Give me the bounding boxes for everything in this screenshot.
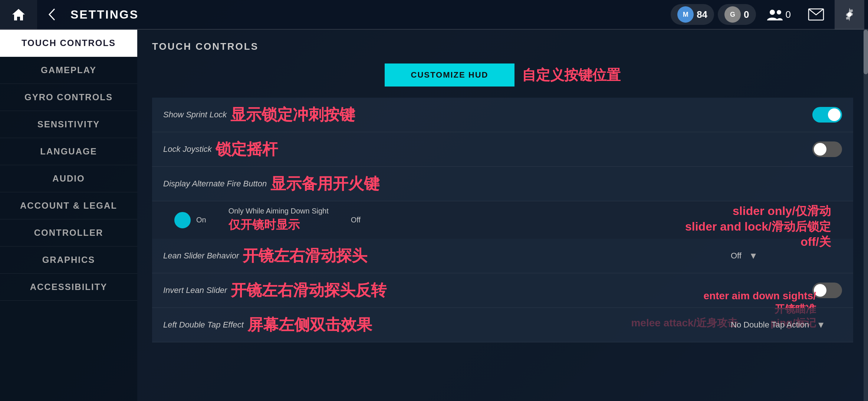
friends-count: 0 [786,9,791,20]
sidebar-item-sensitivity[interactable]: SENSITIVITY [0,111,137,138]
svg-point-0 [770,10,775,15]
lean-slider-label-cn: 开镜左右滑动探头 [243,245,367,266]
lock-joystick-toggle[interactable] [812,141,842,157]
setting-lock-joystick: Lock Joystick 锁定摇杆 [152,132,853,167]
currency-g-badge: G 0 [718,4,756,25]
setting-show-sprint-lock: Show Sprint Lock 显示锁定冲刺按键 [152,98,853,132]
lock-joystick-label-cn: 锁定摇杆 [216,139,278,160]
invert-lean-label-en: Invert Lean Slider [163,286,227,295]
alternate-fire-label-cn: 显示备用开火键 [270,173,379,194]
left-double-tap-label-en: Left Double Tap Effect [163,320,244,330]
lock-joystick-label-en: Lock Joystick [163,144,212,154]
setting-left-double-tap: Left Double Tap Effect 屏幕左侧双击效果 No Doubl… [152,308,853,342]
setting-lean-slider-behavior: Lean Slider Behavior 开镜左右滑动探头 Off ▼ slid… [152,239,853,273]
alternate-fire-label-en: Display Alternate Fire Button [163,179,267,189]
customize-hud-row: CUSTOMIZE HUD 自定义按键位置 [152,63,853,87]
sidebar: TOUCH CONTROLS GAMEPLAY GYRO CONTROLS SE… [0,30,137,401]
sidebar-item-audio[interactable]: AUDIO [0,165,137,192]
invert-lean-toggle[interactable] [812,283,842,298]
lean-slider-dropdown[interactable]: Off ▼ [731,251,842,261]
lean-slider-label-en: Lean Slider Behavior [163,251,239,261]
home-button[interactable] [0,0,37,29]
main-content: TOUCH CONTROLS CUSTOMIZE HUD 自定义按键位置 Sho… [137,30,868,401]
customize-hud-button[interactable]: CUSTOMIZE HUD [385,63,514,87]
currency-m-value: 84 [697,9,707,20]
sidebar-item-touch-controls[interactable]: TOUCH CONTROLS [0,30,137,57]
radio-option-ads[interactable]: Only While Aiming Down Sight 仅开镜时显示 [228,207,329,233]
mail-button[interactable] [801,6,831,23]
sprint-lock-toggle[interactable] [812,107,842,123]
back-button[interactable] [37,0,67,29]
gear-settings-button[interactable] [835,0,864,29]
scrollbar[interactable] [864,30,868,401]
currency-m-badge: M 84 [671,4,714,25]
sidebar-item-controller[interactable]: CONTROLLER [0,219,137,247]
left-double-tap-label-cn: 屏幕左侧双击效果 [247,314,372,335]
sprint-lock-label-en: Show Sprint Lock [163,110,227,120]
sprint-lock-label-cn: 显示锁定冲刺按键 [230,104,355,125]
setting-invert-lean-slider: Invert Lean Slider 开镜左右滑动探头反转 enter aim … [152,273,853,308]
friends-button[interactable]: 0 [760,5,798,24]
currency-g-icon: G [724,6,741,23]
radio-label-off: Off [351,216,361,224]
invert-lean-label-cn: 开镜左右滑动探头反转 [231,280,387,301]
sidebar-item-gyro-controls[interactable]: GYRO CONTROLS [0,84,137,111]
customize-hud-annotation: 自定义按键位置 [522,66,621,85]
sidebar-item-language[interactable]: LANGUAGE [0,138,137,165]
radio-label-ads-cn: 仅开镜时显示 [228,217,300,233]
sidebar-item-accessibility[interactable]: ACCESSIBILITY [0,274,137,301]
currency-m-icon: M [677,6,694,23]
radio-option-off[interactable]: Off [351,216,361,224]
left-double-tap-value: No Double Tap Action [731,320,809,330]
currency-g-value: 0 [744,9,749,20]
top-bar: SETTINGS M 84 G 0 0 [0,0,868,30]
sidebar-item-gameplay[interactable]: GAMEPLAY [0,57,137,84]
left-double-tap-dropdown[interactable]: No Double Tap Action ▼ [731,320,842,330]
setting-display-alternate-fire: Display Alternate Fire Button 显示备用开火键 [152,167,853,201]
page-title: SETTINGS [70,8,139,22]
section-title: TOUCH CONTROLS [152,41,853,52]
alternate-fire-options-row: On Only While Aiming Down Sight 仅开镜时显示 O… [152,201,853,239]
radio-circle-on[interactable] [174,212,191,228]
sidebar-item-graphics[interactable]: GRAPHICS [0,247,137,274]
left-double-tap-dropdown-arrow: ▼ [816,320,825,330]
sidebar-item-account-legal[interactable]: ACCOUNT & LEGAL [0,192,137,219]
radio-label-ads-en: Only While Aiming Down Sight [228,207,329,215]
svg-point-1 [777,10,781,14]
radio-option-on[interactable]: On [174,212,206,228]
radio-label-on: On [196,216,206,224]
lean-slider-dropdown-arrow: ▼ [749,251,758,261]
lean-slider-value: Off [731,251,742,261]
scrollbar-thumb[interactable] [864,30,868,74]
